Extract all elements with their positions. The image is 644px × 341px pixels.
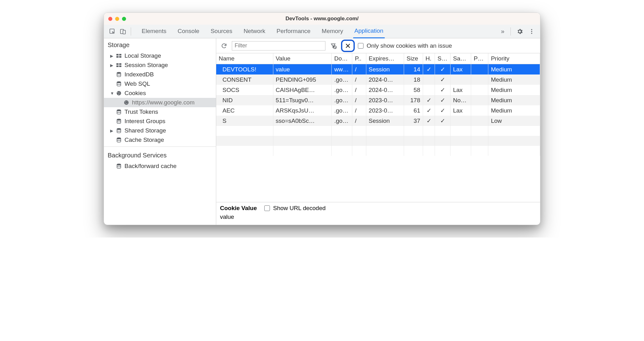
grid-icon — [116, 53, 122, 59]
svg-point-16 — [117, 91, 121, 95]
sidebar-item-label: Local Storage — [124, 52, 161, 59]
column-header[interactable]: P… — [471, 53, 488, 64]
divider — [104, 146, 216, 147]
sidebar-item-cache-storage[interactable]: ▶Cache Storage — [104, 135, 216, 145]
only-issue-label: Only show cookies with an issue — [367, 42, 452, 49]
table-row[interactable]: CONSENTPENDING+095.go…/2024-0…18✓Medium — [216, 74, 540, 85]
table-row[interactable]: DEVTOOLS!valueww…/Session14✓✓LaxMedium — [216, 64, 540, 75]
cell-size: 58 — [404, 85, 423, 95]
cell-domain: .go… — [332, 105, 352, 116]
cell-part — [471, 64, 488, 75]
cell-path: / — [352, 105, 366, 116]
sidebar-item-cookies[interactable]: ▼Cookies — [104, 89, 216, 98]
column-header[interactable]: P.. — [352, 53, 366, 64]
clear-filter-icon[interactable] — [329, 41, 338, 50]
column-header[interactable]: S… — [435, 53, 451, 64]
divider — [131, 27, 131, 36]
db-icon — [116, 81, 122, 87]
column-header[interactable]: Do… — [332, 53, 352, 64]
cookies-toolbar: Only show cookies with an issue — [216, 38, 540, 53]
table-row[interactable]: NID511=Tsugv0….go…/2023-0…178✓✓No…Medium — [216, 95, 540, 105]
more-tabs-icon[interactable]: » — [498, 27, 507, 36]
kebab-menu-icon[interactable] — [527, 27, 536, 36]
only-issue-checkbox[interactable] — [358, 43, 363, 49]
tab-memory[interactable]: Memory — [320, 25, 344, 38]
cell-part — [471, 105, 488, 116]
cell-size: 14 — [404, 64, 423, 75]
cell-size — [404, 146, 423, 156]
tab-elements[interactable]: Elements — [140, 25, 168, 38]
svg-rect-13 — [119, 65, 121, 67]
column-header[interactable]: H. — [423, 53, 435, 64]
cookie-icon — [116, 90, 122, 96]
refresh-icon[interactable] — [219, 41, 229, 50]
table-row[interactable]: Ssso=sA0bSc….go…/Session37✓✓Low — [216, 116, 540, 126]
cell-expires: Session — [366, 64, 404, 75]
cell-value: sso=sA0bSc… — [273, 116, 332, 126]
tab-application[interactable]: Application — [353, 25, 385, 38]
cell-priority — [488, 146, 540, 156]
filter-input[interactable] — [232, 41, 325, 50]
cell-same: Lax — [450, 85, 471, 95]
cell-domain — [332, 126, 352, 136]
tab-sources[interactable]: Sources — [209, 25, 234, 38]
cell-name: SOCS — [216, 85, 273, 95]
tab-performance[interactable]: Performance — [275, 25, 312, 38]
inspect-element-icon[interactable] — [108, 27, 117, 36]
settings-gear-icon[interactable] — [515, 27, 524, 36]
cell-domain: .go… — [332, 95, 352, 105]
sidebar-item-interest-groups[interactable]: ▶Interest Groups — [104, 117, 216, 126]
cell-name — [216, 126, 273, 136]
cell-http — [423, 85, 435, 95]
cell-priority: Medium — [488, 95, 540, 105]
sidebar-item-shared-storage[interactable]: ▶Shared Storage — [104, 126, 216, 135]
tab-console[interactable]: Console — [176, 25, 201, 38]
db-icon — [116, 137, 122, 143]
show-url-decoded-checkbox[interactable] — [264, 205, 270, 211]
svg-point-29 — [117, 138, 121, 139]
cell-priority: Low — [488, 116, 540, 126]
cell-size — [404, 136, 423, 146]
svg-rect-10 — [116, 63, 119, 65]
column-header[interactable]: Expires… — [366, 53, 404, 64]
sidebar-item-indexeddb[interactable]: ▶IndexedDB — [104, 70, 216, 79]
grid-icon — [116, 62, 122, 68]
sidebar-item-back-forward-cache[interactable]: ▶Back/forward cache — [104, 161, 216, 171]
cell-same: No… — [450, 95, 471, 105]
cell-value — [273, 136, 332, 146]
cell-same — [450, 116, 471, 126]
column-header[interactable]: Priority — [488, 53, 540, 64]
column-header[interactable]: Sa… — [450, 53, 471, 64]
sidebar-item-https-www-google-com[interactable]: ▶https://www.google.com — [104, 98, 216, 107]
cell-path: / — [352, 64, 366, 75]
cell-http: ✓ — [423, 105, 435, 116]
sidebar-item-label: Shared Storage — [124, 127, 166, 134]
sidebar-item-session-storage[interactable]: ▶Session Storage — [104, 60, 216, 70]
chevron-right-icon: ▶ — [110, 54, 113, 58]
cell-value: CAISHAgBE… — [273, 85, 332, 95]
table-row[interactable]: SOCSCAISHAgBE….go…/2024-0…58✓LaxMedium — [216, 85, 540, 95]
cell-secure — [435, 146, 451, 156]
svg-point-23 — [127, 101, 127, 102]
column-header[interactable]: Value — [273, 53, 332, 64]
svg-point-17 — [118, 92, 118, 93]
cell-expires: 2023-0… — [366, 105, 404, 116]
cell-domain — [332, 146, 352, 156]
sidebar-item-label: Cache Storage — [124, 137, 164, 143]
sidebar-item-trust-tokens[interactable]: ▶Trust Tokens — [104, 107, 216, 117]
cell-expires — [366, 146, 404, 156]
column-header[interactable]: Size — [404, 53, 423, 64]
delete-all-button[interactable] — [341, 40, 355, 52]
tab-network[interactable]: Network — [242, 25, 267, 38]
cell-name: AEC — [216, 105, 273, 116]
sidebar-item-local-storage[interactable]: ▶Local Storage — [104, 51, 216, 60]
cell-path: / — [352, 74, 366, 85]
cell-same — [450, 136, 471, 146]
cell-part — [471, 85, 488, 95]
sidebar-item-web-sql[interactable]: ▶Web SQL — [104, 79, 216, 89]
svg-point-28 — [117, 128, 121, 130]
column-header[interactable]: Name — [216, 53, 273, 64]
device-toggle-icon[interactable] — [118, 27, 128, 36]
cell-value: value — [273, 64, 332, 75]
table-row[interactable]: AECARSKqsJsU….go…/2023-0…61✓✓LaxMedium — [216, 105, 540, 116]
